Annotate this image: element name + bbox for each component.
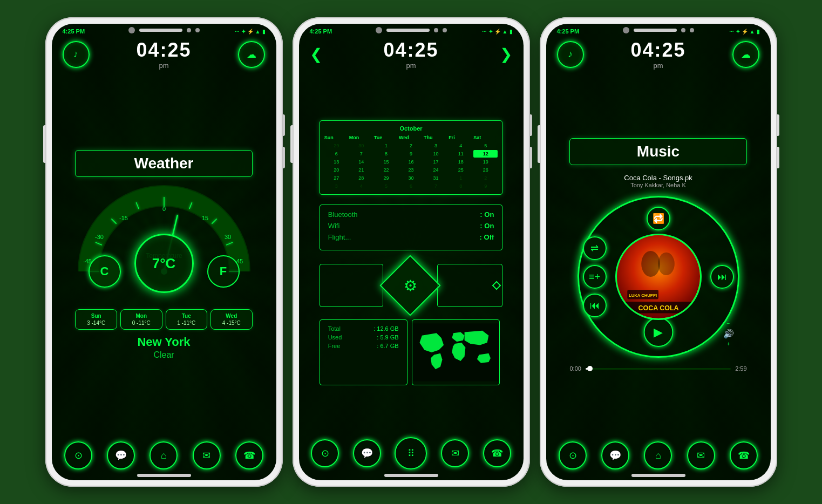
progress-thumb[interactable] bbox=[587, 366, 593, 371]
nav-home-3[interactable]: ⌂ bbox=[644, 441, 672, 469]
nav-settings[interactable]: ⊙ bbox=[64, 441, 92, 469]
power-button-2[interactable] bbox=[530, 114, 532, 136]
music-left-btn[interactable]: ♪ bbox=[557, 41, 584, 68]
settings-area: ⚙ bbox=[320, 261, 503, 310]
nav-settings-2[interactable]: ⊙ bbox=[311, 439, 339, 467]
d-8[interactable]: 8 bbox=[374, 150, 398, 158]
d-12-today[interactable]: 12 bbox=[473, 150, 498, 158]
music-right-btn[interactable]: ☁ bbox=[732, 41, 759, 68]
progress-track[interactable] bbox=[586, 368, 731, 370]
world-map-svg bbox=[412, 320, 499, 385]
d-1[interactable]: 1 bbox=[374, 142, 398, 149]
d-29b[interactable]: 29 bbox=[374, 174, 398, 182]
phone-top-2 bbox=[376, 27, 447, 33]
nav-home[interactable]: ⌂ bbox=[150, 441, 178, 469]
d-10[interactable]: 10 bbox=[424, 150, 448, 158]
nav-chat-3[interactable]: 💬 bbox=[601, 441, 629, 469]
d-22[interactable]: 22 bbox=[374, 166, 398, 174]
d-5[interactable]: 5 bbox=[473, 142, 498, 149]
nav-phone-2[interactable]: ☎ bbox=[483, 439, 511, 467]
rewind-btn[interactable]: ⏮ bbox=[583, 294, 607, 317]
vol-plus[interactable]: + bbox=[727, 341, 730, 347]
volume-up-button-3[interactable] bbox=[777, 147, 779, 168]
volume-up-button[interactable] bbox=[283, 147, 285, 168]
weather-header-btn[interactable]: ☁ bbox=[238, 41, 265, 68]
d-7[interactable]: 7 bbox=[349, 150, 373, 158]
time-end: 2:59 bbox=[735, 365, 746, 372]
d-6b[interactable]: 6 bbox=[399, 182, 423, 190]
d-4b[interactable]: 4 bbox=[349, 182, 373, 190]
celsius-btn[interactable]: C bbox=[89, 255, 121, 288]
nav-settings-3[interactable]: ⊙ bbox=[559, 441, 587, 469]
d-6[interactable]: 6 bbox=[324, 150, 349, 158]
nav-chat[interactable]: 💬 bbox=[107, 441, 135, 469]
d-8b[interactable]: 8 bbox=[449, 182, 473, 190]
power-button[interactable] bbox=[283, 114, 285, 136]
vol-minus[interactable]: − bbox=[727, 321, 730, 326]
volume-up-button-2[interactable] bbox=[530, 147, 532, 168]
d-24[interactable]: 24 bbox=[424, 166, 448, 174]
play-btn[interactable]: ▶ bbox=[643, 317, 673, 347]
music-header-btn[interactable]: ♪ bbox=[63, 41, 90, 68]
d-9b[interactable]: 9 bbox=[473, 182, 498, 190]
d-3b[interactable]: 3 bbox=[324, 182, 349, 190]
col-wed: Wed bbox=[399, 134, 423, 141]
map-widget bbox=[412, 319, 500, 385]
nav-chat-2[interactable]: 💬 bbox=[353, 439, 381, 467]
d-28[interactable]: 28 bbox=[349, 174, 373, 182]
svg-point-22 bbox=[658, 253, 675, 275]
d-4[interactable]: 4 bbox=[449, 142, 473, 149]
d-2[interactable]: 2 bbox=[399, 142, 423, 149]
d-30b[interactable]: 30 bbox=[399, 174, 423, 182]
d-30[interactable]: 30 bbox=[349, 142, 373, 149]
d-2b[interactable]: 2 bbox=[473, 174, 498, 182]
weather-icon-2: ☁ bbox=[741, 49, 751, 60]
nav-phone[interactable]: ☎ bbox=[235, 441, 263, 469]
nav-mail-2[interactable]: ✉ bbox=[441, 439, 469, 467]
d-29[interactable]: 29 bbox=[324, 142, 349, 149]
ampm-display: pm bbox=[136, 62, 191, 70]
d-21[interactable]: 21 bbox=[349, 166, 373, 174]
volume-down-button-3[interactable] bbox=[538, 125, 540, 163]
d-31[interactable]: 31 bbox=[424, 174, 448, 182]
d-23[interactable]: 23 bbox=[399, 166, 423, 174]
playlist-btn[interactable]: ≡+ bbox=[583, 265, 607, 289]
next-btn[interactable]: ⏭ bbox=[710, 265, 734, 289]
phone-calendar: 4:25 PM ··· ✦ ⚡ ▲ ▮ ❮ 04:25 pm ❯ October bbox=[293, 17, 530, 487]
earpiece-speaker-3 bbox=[634, 29, 677, 32]
d-15[interactable]: 15 bbox=[374, 158, 398, 166]
repeat-btn[interactable]: 🔁 bbox=[647, 207, 670, 230]
nav-mail[interactable]: ✉ bbox=[193, 441, 221, 469]
d-14[interactable]: 14 bbox=[349, 158, 373, 166]
gear-icon: ⚙ bbox=[403, 277, 417, 295]
d-5b[interactable]: 5 bbox=[374, 182, 398, 190]
fahrenheit-btn[interactable]: F bbox=[207, 255, 240, 288]
settings-diamond[interactable]: ⚙ bbox=[379, 255, 440, 316]
d-17[interactable]: 17 bbox=[424, 158, 448, 166]
d-19[interactable]: 19 bbox=[473, 158, 498, 166]
track-artist: Tony Kakkar, Neha K bbox=[624, 182, 692, 188]
next-arrow[interactable]: ❯ bbox=[500, 45, 512, 63]
d-7b[interactable]: 7 bbox=[424, 182, 448, 190]
d-20[interactable]: 20 bbox=[324, 166, 349, 174]
nav-phone-3[interactable]: ☎ bbox=[730, 441, 758, 469]
d-26[interactable]: 26 bbox=[473, 166, 498, 174]
power-button-3[interactable] bbox=[777, 114, 779, 136]
nav-mail-3[interactable]: ✉ bbox=[687, 441, 715, 469]
phone-weather: 4:25 PM ··· ✦ ⚡ ▲ ▮ ♪ 04:25 pm ☁ Weather bbox=[45, 17, 283, 487]
d-13[interactable]: 13 bbox=[324, 158, 349, 166]
shuffle-btn[interactable]: ⇌ bbox=[583, 236, 607, 260]
prev-arrow[interactable]: ❮ bbox=[310, 45, 322, 63]
d-27[interactable]: 27 bbox=[324, 174, 349, 182]
d-11[interactable]: 11 bbox=[449, 150, 473, 158]
d-18[interactable]: 18 bbox=[449, 158, 473, 166]
nav-grid[interactable]: ⠿ bbox=[395, 437, 427, 469]
d-16[interactable]: 16 bbox=[399, 158, 423, 166]
d-25[interactable]: 25 bbox=[449, 166, 473, 174]
d-9[interactable]: 9 bbox=[399, 150, 423, 158]
d-1b[interactable]: 1 bbox=[449, 174, 473, 182]
volume-down-button-2[interactable] bbox=[290, 125, 293, 163]
volume-down-button[interactable] bbox=[43, 125, 45, 163]
front-camera bbox=[128, 27, 135, 33]
d-3[interactable]: 3 bbox=[424, 142, 448, 149]
